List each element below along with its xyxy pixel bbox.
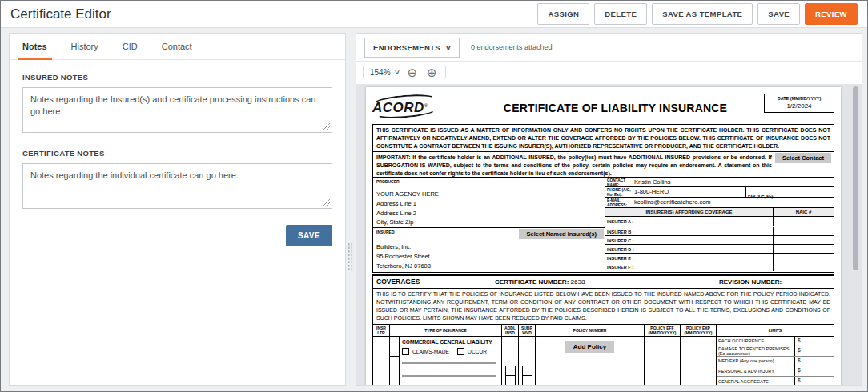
policy-number-cell: Add Policy xyxy=(536,337,645,385)
insurer-e-naic-cell xyxy=(773,254,834,262)
save-button[interactable]: SAVE xyxy=(757,3,800,25)
insurer-d-label: INSURER D : xyxy=(605,245,773,253)
insurer-f-label: INSURER F : xyxy=(605,262,773,271)
limit-value: $ xyxy=(794,337,834,346)
viewer-scrollbar-thumb[interactable] xyxy=(853,86,858,270)
chevron-down-icon: ∨ xyxy=(445,44,452,51)
insurer-f-naic-cell xyxy=(773,262,834,271)
notes-panel-tabs: Notes History CID Contact xyxy=(10,34,345,60)
insured-notes-label: INSURED NOTES xyxy=(22,73,332,82)
limit-row: MED EXP (Any one person)$ xyxy=(717,357,834,367)
tab-notes[interactable]: Notes xyxy=(22,34,47,59)
acord-certificate-page: ACORD® CERTIFICATE OF LIABILITY INSURANC… xyxy=(366,87,841,385)
addl-box xyxy=(505,376,516,385)
insurers-heading: INSURER(S) AFFORDING COVERAGE xyxy=(605,208,773,214)
type-sub-column xyxy=(399,337,400,385)
insurer-c-naic-cell xyxy=(773,236,834,244)
insurer-row: INSURER B : xyxy=(605,227,834,236)
header-limits: LIMITS xyxy=(717,325,834,337)
limit-value: $ xyxy=(794,366,834,376)
limit-label: PERSONAL & ADV INJURY xyxy=(717,366,794,376)
toolbar-separator xyxy=(445,66,446,78)
contact-column: CONTACT NAME: Kristin Collins PHONE (A/C… xyxy=(605,178,834,227)
document-header: ACORD® CERTIFICATE OF LIABILITY INSURANC… xyxy=(372,94,834,124)
claims-made-checkbox[interactable] xyxy=(402,348,409,355)
endorsements-status-text: 0 endorsements attached xyxy=(471,43,553,51)
panel-resize-handle[interactable] xyxy=(348,242,353,271)
occur-checkbox[interactable] xyxy=(457,348,464,355)
phone-label: PHONE (A/C, No, Ext): xyxy=(605,187,634,197)
content-area: Notes History CID Contact INSURED NOTES … xyxy=(1,28,867,392)
endorsements-dropdown-button[interactable]: ENDORSEMENTS ∨ xyxy=(364,38,460,58)
delete-button[interactable]: DELETE xyxy=(594,3,647,25)
insurer-c-label: INSURER C : xyxy=(605,236,773,244)
blank-line xyxy=(402,375,496,377)
tab-history[interactable]: History xyxy=(71,34,98,59)
gl-title: COMMERCIAL GENERAL LIABILITY xyxy=(402,339,499,345)
contact-name-value: Kristin Collins xyxy=(634,178,670,186)
notes-panel: Notes History CID Contact INSURED NOTES … xyxy=(9,33,346,386)
certificate-number-value: 2638 xyxy=(571,278,585,286)
certificate-notes-textarea[interactable]: Notes regarding the individual certifica… xyxy=(22,163,332,209)
tab-cid[interactable]: CID xyxy=(123,34,138,59)
header-policy-exp: POLICY EXP (MM/DD/YYYY) xyxy=(681,325,717,337)
insurer-b-label: INSURER B : xyxy=(605,227,773,235)
certificate-number-label: CERTIFICATE NUMBER: xyxy=(495,278,569,286)
date-box: DATE (MM/DD/YYYY) 1/2/2024 xyxy=(764,94,834,113)
save-as-template-button[interactable]: SAVE AS TEMPLATE xyxy=(652,3,753,25)
zoom-in-button[interactable]: ⊕ xyxy=(425,66,439,78)
header-policy-eff: POLICY EFF (MM/DD/YYYY) xyxy=(645,325,681,337)
blank-line xyxy=(402,362,496,364)
zoom-level-value: 154% xyxy=(370,68,391,77)
header-insr-ltr: INSR LTR xyxy=(373,325,390,337)
certificate-editor-window: Certificate Editor ASSIGN DELETE SAVE AS… xyxy=(0,0,868,392)
acord-logo: ACORD® xyxy=(372,94,467,116)
producer-contact-grid: PRODUCER YOUR AGENCY HERE Address Line 1… xyxy=(372,178,834,273)
document-viewer[interactable]: ACORD® CERTIFICATE OF LIABILITY INSURANC… xyxy=(356,84,862,385)
tab-contact[interactable]: Contact xyxy=(162,34,192,59)
insurer-a-naic-cell xyxy=(773,217,834,226)
disclaimer-text: THIS CERTIFICATE IS ISSUED AS A MATTER O… xyxy=(372,124,834,152)
insured-notes-textarea[interactable]: Notes regarding the Insured(s) and certi… xyxy=(22,87,332,133)
date-value: 1/2/2024 xyxy=(766,102,833,110)
insurer-e-label: INSURER E : xyxy=(605,254,773,262)
subr-box xyxy=(522,376,532,385)
limit-label: MED EXP (Any one person) xyxy=(717,357,794,366)
header-policy-number: POLICY NUMBER xyxy=(536,325,645,337)
review-button[interactable]: REVIEW xyxy=(805,3,858,25)
chevron-down-icon: ∨ xyxy=(393,69,400,76)
policy-exp-cell xyxy=(681,337,717,385)
fax-label: FAX (A/C, No): xyxy=(746,194,775,200)
insurer-row: INSURER F : xyxy=(605,262,834,271)
contact-name-row: CONTACT NAME: Kristin Collins xyxy=(605,178,834,187)
limit-row: PERSONAL & ADV INJURY$ xyxy=(717,366,834,377)
subr-wvd-cell xyxy=(519,337,536,385)
assign-button[interactable]: ASSIGN xyxy=(537,3,589,25)
notes-body: INSURED NOTES Notes regarding the Insure… xyxy=(10,60,345,258)
certificate-notes-label: CERTIFICATE NOTES xyxy=(22,149,332,158)
insurer-b-naic-cell xyxy=(773,227,834,235)
notes-save-button[interactable]: SAVE xyxy=(286,225,332,246)
addl-box xyxy=(505,366,516,376)
coverages-bar: COVERAGES CERTIFICATE NUMBER: 2638 REVIS… xyxy=(372,274,834,289)
limit-value: $ xyxy=(794,377,834,385)
zoom-out-button[interactable]: ⊖ xyxy=(405,66,419,78)
insurers-column: INSURER B : INSURER C : INSURER D : INSU… xyxy=(605,227,834,272)
type-of-insurance-cell: COMMERCIAL GENERAL LIABILITY CLAIMS-MADE… xyxy=(390,337,502,385)
top-bar-actions: ASSIGN DELETE SAVE AS TEMPLATE SAVE REVI… xyxy=(537,3,858,25)
subr-box xyxy=(522,366,532,376)
limit-label: DAMAGE TO RENTED PREMISES (Ea occurrence… xyxy=(717,346,794,356)
insurer-d-naic-cell xyxy=(773,245,834,253)
zoom-toolbar: 154% ∨ ⊖ ⊕ xyxy=(356,61,862,83)
addl-insd-cell xyxy=(502,337,519,385)
select-contact-button[interactable]: Select Contact xyxy=(775,153,831,163)
zoom-level-dropdown[interactable]: 154% ∨ xyxy=(370,68,399,77)
add-policy-button[interactable]: Add Policy xyxy=(565,341,614,353)
limit-label: GENERAL AGGREGATE xyxy=(717,377,794,385)
select-named-insureds-button[interactable]: Select Named Insured(s) xyxy=(519,229,604,239)
contact-phone-row: PHONE (A/C, No, Ext): 1-800-HERO FAX (A/… xyxy=(605,187,834,198)
insured-cell: INSURED Select Named Insured(s) Builders… xyxy=(373,227,605,272)
policy-eff-cell xyxy=(645,337,681,385)
policy-table-header: INSR LTR TYPE OF INSURANCE ADDL INSD SUB… xyxy=(373,325,834,337)
insurers-heading-row: INSURER(S) AFFORDING COVERAGE NAIC # xyxy=(605,208,834,217)
